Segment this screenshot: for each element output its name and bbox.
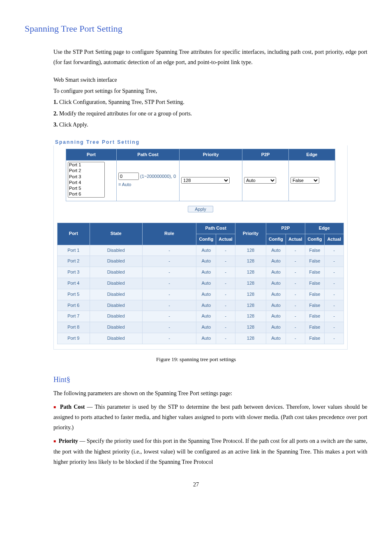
table-row: Port 7Disabled-Auto-128Auto-False- xyxy=(58,311,344,322)
table-cell: - xyxy=(325,300,344,311)
tbl-th-p2p-config: Config xyxy=(266,234,286,245)
table-cell: False xyxy=(305,322,325,333)
table-cell: False xyxy=(305,300,325,311)
table-cell: Auto xyxy=(266,311,286,322)
table-cell: Disabled xyxy=(90,333,142,344)
table-cell: - xyxy=(142,300,196,311)
table-cell: - xyxy=(286,289,305,300)
table-cell: Auto xyxy=(196,278,216,289)
table-cell: - xyxy=(286,322,305,333)
step-1: 1. Click Configuration, Spanning Tree, S… xyxy=(53,97,367,107)
priority-select[interactable]: 128 xyxy=(181,177,230,184)
table-cell: 128 xyxy=(235,289,266,300)
p2p-select[interactable]: Auto xyxy=(244,177,276,184)
step-2: 2. Modify the required attributes for on… xyxy=(53,108,367,119)
tbl-th-pc-config: Config xyxy=(196,234,216,245)
table-cell: Disabled xyxy=(90,245,142,256)
table-cell: Port 7 xyxy=(58,311,90,322)
table-row: Port 9Disabled-Auto-128Auto-False- xyxy=(58,333,344,344)
port-option[interactable]: Port 6 xyxy=(68,191,104,197)
cfg-th-p2p: P2P xyxy=(242,149,289,161)
table-cell: 128 xyxy=(235,311,266,322)
table-cell: - xyxy=(325,245,344,256)
step-2-text: Modify the required attributes for one o… xyxy=(58,111,192,117)
table-cell: - xyxy=(286,256,305,267)
pathcost-input[interactable] xyxy=(118,173,139,180)
table-cell: False xyxy=(305,256,325,267)
config-table: Port Path Cost Priority P2P Edge Port 1 … xyxy=(66,149,335,202)
hint-pathcost-label: Path Cost xyxy=(60,404,85,410)
cfg-th-port: Port xyxy=(66,149,116,161)
tbl-th-p2p-actual: Actual xyxy=(286,234,305,245)
table-cell: Disabled xyxy=(90,300,142,311)
port-option[interactable]: Port 1 xyxy=(68,162,104,168)
bullet-icon: ■ xyxy=(53,405,57,409)
cfg-th-edge: Edge xyxy=(289,149,335,161)
step-3: 3. Click Apply. xyxy=(53,120,367,130)
table-row: Port 8Disabled-Auto-128Auto-False- xyxy=(58,322,344,333)
table-cell: - xyxy=(142,311,196,322)
port-multiselect[interactable]: Port 1 Port 2 Port 3 Port 4 Port 5 Port … xyxy=(68,162,105,198)
table-cell: Port 4 xyxy=(58,278,90,289)
step-3-text: Click Apply. xyxy=(58,122,88,128)
table-cell: - xyxy=(286,311,305,322)
step-1-num: 1. xyxy=(53,99,58,105)
tbl-th-edge-actual: Actual xyxy=(325,234,344,245)
table-cell: - xyxy=(286,245,305,256)
table-cell: Disabled xyxy=(90,311,142,322)
table-cell: - xyxy=(216,256,235,267)
table-cell: - xyxy=(286,267,305,278)
page-number: 27 xyxy=(25,479,367,490)
table-cell: Auto xyxy=(266,256,286,267)
table-cell: - xyxy=(216,289,235,300)
port-option[interactable]: Port 4 xyxy=(68,180,104,186)
table-cell: Auto xyxy=(266,278,286,289)
table-row: Port 4Disabled-Auto-128Auto-False- xyxy=(58,278,344,289)
table-cell: - xyxy=(216,267,235,278)
table-cell: - xyxy=(142,333,196,344)
table-cell: Port 9 xyxy=(58,333,90,344)
table-cell: - xyxy=(325,256,344,267)
table-cell: - xyxy=(216,278,235,289)
table-cell: Disabled xyxy=(90,322,142,333)
table-cell: Auto xyxy=(196,322,216,333)
apply-button[interactable]: Apply xyxy=(188,206,213,212)
tbl-th-role: Role xyxy=(142,223,196,245)
table-cell: Port 6 xyxy=(58,300,90,311)
table-cell: False xyxy=(305,289,325,300)
table-cell: False xyxy=(305,245,325,256)
edge-select[interactable]: False xyxy=(291,177,319,184)
table-cell: - xyxy=(142,256,196,267)
bullet-icon: ■ xyxy=(53,439,56,443)
table-cell: - xyxy=(142,289,196,300)
tbl-th-pathcost: Path Cost xyxy=(196,223,235,234)
table-cell: 128 xyxy=(235,256,266,267)
table-row: Port 3Disabled-Auto-128Auto-False- xyxy=(58,267,344,278)
step-2-num: 2. xyxy=(53,111,58,117)
port-option[interactable]: Port 5 xyxy=(68,186,104,191)
step-1-text: Click Configuration, Spanning Tree, STP … xyxy=(58,99,184,105)
tbl-th-priority: Priority xyxy=(235,223,266,245)
section-title: Spanning Tree Port Setting xyxy=(25,21,367,37)
table-cell: - xyxy=(325,322,344,333)
hint-priority: ■ Priority — Specify the priority used f… xyxy=(53,436,367,467)
table-cell: - xyxy=(142,278,196,289)
tbl-th-state: State xyxy=(90,223,142,245)
table-cell: Disabled xyxy=(90,256,142,267)
port-option[interactable]: Port 3 xyxy=(68,174,104,180)
table-cell: Port 8 xyxy=(58,322,90,333)
table-cell: Disabled xyxy=(90,278,142,289)
intro-paragraph: Use the STP Port Setting page to configu… xyxy=(53,47,367,67)
table-cell: - xyxy=(286,333,305,344)
table-cell: - xyxy=(142,322,196,333)
hint-priority-label: Priority xyxy=(59,438,78,444)
table-cell: Port 5 xyxy=(58,289,90,300)
table-cell: Auto xyxy=(196,311,216,322)
table-cell: Auto xyxy=(196,267,216,278)
port-option[interactable]: Port 2 xyxy=(68,168,104,174)
tbl-th-p2p: P2P xyxy=(266,223,305,234)
table-cell: False xyxy=(305,311,325,322)
tbl-th-port: Port xyxy=(58,223,90,245)
instr-line-2: To configure port settings for Spanning … xyxy=(53,86,367,96)
hint-pathcost: ■ Path Cost — This parameter is used by … xyxy=(53,402,367,433)
